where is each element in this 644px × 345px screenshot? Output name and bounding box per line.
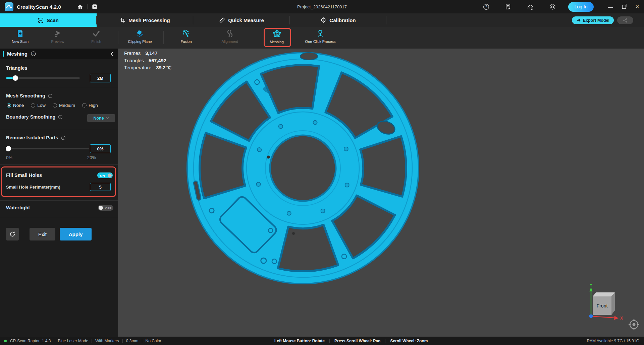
remove-isolated-value[interactable]: 0% [90, 144, 111, 153]
mesh-processing-icon [120, 17, 125, 23]
small-hole-perimeter-value[interactable]: 5 [90, 183, 111, 191]
minimize-button[interactable]: — [604, 0, 617, 13]
toolbar-meshing[interactable]: Meshing [257, 29, 297, 44]
info-icon[interactable] [48, 93, 53, 98]
share-button[interactable] [617, 16, 633, 24]
triangles-slider-thumb[interactable] [13, 75, 18, 81]
gizmo-y-label: Y [590, 284, 592, 288]
triangles-label: Triangles [6, 65, 28, 71]
panel-title: Meshing [7, 51, 28, 57]
help-icon[interactable]: ? [482, 3, 490, 10]
quick-measure-icon [219, 17, 225, 23]
home-icon[interactable] [76, 3, 84, 10]
stat-triangles: Triangles567,492 [124, 58, 171, 63]
export-icon [576, 18, 581, 22]
device-online-dot [4, 340, 7, 342]
fusion-icon [182, 29, 191, 38]
meshing-panel: Meshing ? Triangles 2M Mesh Smoothing No… [0, 49, 118, 337]
boundary-smoothing-label: Boundary Smoothing [6, 114, 63, 120]
panel-accent-bar [3, 51, 4, 57]
viewport-3d[interactable]: Frames3,147 Triangles567,492 Temperature… [118, 49, 644, 337]
tab-scan[interactable]: Scan [0, 13, 97, 27]
tab-quick-measure[interactable]: Quick Measure [193, 13, 290, 27]
login-button[interactable]: Log In [568, 2, 594, 12]
device-name: CR-Scan Raptor_1.4.3 [10, 339, 51, 343]
toggle-knob [108, 174, 112, 178]
tab-calibration[interactable]: Calibration [290, 13, 386, 27]
boundary-smoothing-dropdown[interactable]: None [87, 114, 115, 122]
clipping-plane-icon [136, 29, 144, 38]
exit-button[interactable]: Exit [30, 228, 55, 240]
survey-icon[interactable] [504, 3, 512, 10]
apply-button[interactable]: Apply [60, 228, 92, 240]
alignment-icon [225, 29, 234, 38]
gizmo-x-label: X [620, 316, 623, 321]
radio-high[interactable]: High [82, 103, 98, 108]
finish-icon [92, 29, 101, 38]
stat-frames: Frames3,147 [124, 51, 171, 56]
share-icon [623, 18, 628, 23]
small-hole-perimeter-label: Small Hole Perimeter(mm) [6, 185, 60, 190]
restore-button[interactable] [617, 0, 631, 13]
watertight-label: Watertight [6, 205, 30, 210]
toolbar-finish[interactable]: Finish [76, 29, 116, 44]
radio-medium[interactable]: Medium [53, 103, 75, 108]
watertight-toggle[interactable]: OFF [98, 205, 113, 211]
resolution: 0.3mm [126, 339, 139, 343]
app-title: CrealityScan 4.2.0 [17, 4, 61, 10]
close-button[interactable]: × [631, 0, 644, 13]
range-min: 0% [6, 155, 12, 160]
one-click-process-icon [316, 29, 325, 38]
toolbar-one-click-process[interactable]: One-Click Process [300, 29, 340, 44]
triangles-value[interactable]: 2M [90, 74, 111, 82]
info-icon[interactable] [61, 135, 66, 140]
toolbar-new-scan[interactable]: New Scan [0, 29, 40, 44]
ram-available: RAM Available 9.7G / 15.91G [587, 339, 639, 343]
orientation-gizmo[interactable]: Front Y X [585, 284, 624, 325]
support-icon[interactable] [527, 3, 534, 10]
reset-button[interactable] [6, 228, 19, 240]
remove-isolated-label: Remove Isolated Parts [6, 135, 66, 140]
settings-icon[interactable] [549, 3, 556, 10]
scan-stats: Frames3,147 Triangles567,492 Temperature… [124, 51, 171, 72]
remove-isolated-slider-thumb[interactable] [6, 146, 11, 151]
open-project-icon[interactable] [91, 3, 98, 10]
remove-isolated-slider[interactable] [6, 148, 89, 149]
toolbar-alignment[interactable]: Alignment [210, 29, 250, 44]
annotation-box-fill-small-holes [1, 166, 116, 197]
triangles-slider[interactable] [6, 77, 80, 79]
export-model-button[interactable]: Export Model [572, 16, 614, 24]
mesh-smoothing-options: None Low Medium High [7, 103, 98, 108]
scanned-spool-model[interactable] [185, 51, 420, 285]
toolbar-fusion[interactable]: Fusion [166, 29, 206, 44]
crealityscan-window: CrealityScan 4.2.0 Project_2026042117001… [0, 0, 644, 345]
stat-temperature: Temperature39.2℃ [124, 65, 171, 70]
app-logo-icon [5, 2, 13, 11]
fill-small-holes-label: Fill Small Holes [6, 172, 42, 178]
marker-mode: With Markers [95, 339, 119, 343]
radio-none[interactable]: None [7, 103, 24, 108]
remove-isolated-range: 0% 20% [6, 155, 96, 160]
range-max: 20% [87, 155, 96, 160]
mesh-smoothing-label: Mesh Smoothing [6, 93, 53, 98]
info-icon[interactable] [58, 115, 63, 120]
mode-tab-bar: Scan Mesh Processing Quick Measure Calib… [0, 13, 644, 27]
toggle-knob [99, 206, 103, 210]
panel-header: Meshing ? [0, 49, 118, 59]
title-bar: CrealityScan 4.2.0 Project_2026042117001… [0, 0, 644, 13]
svg-text:?: ? [485, 5, 487, 9]
titlebar-divider [87, 4, 88, 9]
toolbar-clipping-plane[interactable]: Clipping Plane [120, 29, 160, 44]
status-bar: CR-Scan Raptor_1.4.3 Blue Laser Mode Wit… [0, 337, 644, 345]
help-circle-icon[interactable]: ? [31, 51, 36, 57]
mouse-hints: Left Mouse Button: Rotate Press Scroll W… [274, 339, 428, 343]
tab-mesh-processing[interactable]: Mesh Processing [97, 13, 193, 27]
radio-low[interactable]: Low [31, 103, 46, 108]
scan-icon [38, 17, 44, 23]
preview-icon [53, 29, 62, 38]
toolbar-preview[interactable]: Preview [38, 29, 78, 44]
collapse-panel-icon[interactable] [110, 52, 114, 56]
new-scan-icon [16, 29, 24, 38]
locate-view-icon[interactable] [628, 319, 640, 331]
fill-small-holes-toggle[interactable]: ON [97, 172, 113, 178]
